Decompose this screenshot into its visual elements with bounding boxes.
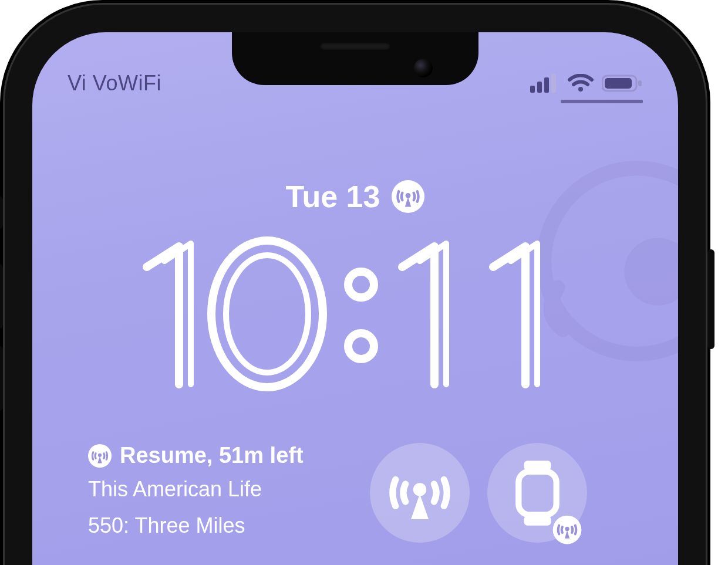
volume-down-button[interactable] [0,346,3,411]
date-label: Tue 13 [286,179,380,214]
carrier-label: Vi VoWiFi [68,71,161,96]
widgets-row: Resume, 51m left This American Life 550:… [88,443,655,543]
podcast-tower-icon [552,515,582,545]
now-playing-status: Resume, 51m left [120,443,304,468]
svg-point-13 [226,255,308,373]
phone-frame: Vi VoWiFi [3,3,707,565]
clock-face [114,220,596,408]
svg-rect-5 [544,77,549,93]
watch-widget[interactable] [487,443,587,543]
lock-screen[interactable]: Vi VoWiFi [32,32,678,565]
mute-switch[interactable] [0,197,3,229]
podcast-tower-icon [385,458,455,528]
svg-rect-9 [638,80,642,86]
battery-icon [602,74,643,93]
now-playing-show: This American Life [88,474,352,505]
watch-badge [552,515,582,545]
svg-rect-3 [530,86,535,93]
wifi-icon [568,74,594,93]
svg-rect-4 [537,82,542,93]
status-icons [530,74,643,93]
podcast-tower-icon [392,180,424,213]
status-underline [561,100,643,103]
svg-rect-6 [551,74,556,93]
cellular-signal-icon [530,74,560,93]
clock[interactable] [32,220,678,408]
svg-rect-21 [518,471,556,515]
power-button[interactable] [707,249,714,349]
volume-up-button[interactable] [0,264,3,329]
podcast-app-widget[interactable] [370,443,470,543]
now-playing-episode: 550: Three Miles [88,510,352,541]
date-row[interactable]: Tue 13 [32,179,678,214]
podcast-tower-icon [88,444,112,468]
svg-rect-8 [605,78,632,89]
notch [232,32,478,85]
now-playing-widget[interactable]: Resume, 51m left This American Life 550:… [88,443,352,541]
